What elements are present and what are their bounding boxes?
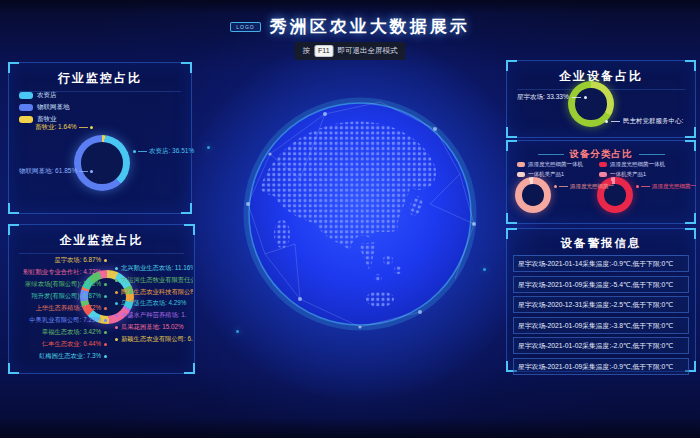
class-donut-chart-1[interactable] — [515, 177, 551, 213]
callout-line — [641, 186, 650, 187]
f11-key-badge: F11 — [314, 45, 334, 57]
fullscreen-hint: 按 F11 即可退出全屏模式 — [294, 42, 405, 60]
enterprise-label: 翔升发(有限公司): 6.87% — [11, 292, 107, 301]
label-dot — [115, 338, 118, 341]
label-dot — [104, 331, 107, 334]
panel-corner — [8, 203, 19, 214]
callout-line — [79, 127, 88, 128]
background-dot — [483, 268, 486, 271]
enterprise-label: 仁丰生态农业: 6.44% — [11, 340, 107, 349]
enterprise-label: 陶门生态农业科技有限公司 — [115, 288, 193, 297]
alarm-list: 星宇农场-2021-01-14采集温度:-0.9℃,低于下限:0℃星宇农场-20… — [513, 255, 689, 375]
industry-legend: 农资店物联网基地畜牧业 — [19, 91, 70, 124]
label-text: 彩虹鹅业专业合作社: 4.72% — [23, 268, 101, 277]
section-title: 设备分类占比 — [507, 148, 695, 161]
page-title: 秀洲区农业大数据展示 — [270, 15, 470, 38]
enterprise-label: 星宇农场: 6.87% — [11, 256, 107, 265]
panel-corner — [506, 127, 517, 138]
panel-corner — [184, 363, 195, 374]
class-chart-callout: 温湿度光照细菌一 — [554, 183, 614, 190]
panel-corner — [685, 127, 696, 138]
enterprise-label: 瓜果花园基地: 15.02% — [115, 323, 193, 332]
callout-line — [138, 151, 147, 152]
panel-corner — [8, 224, 19, 235]
title-line — [538, 154, 564, 155]
callout-dot — [554, 185, 557, 188]
legend-swatch — [517, 172, 525, 177]
callout-text: 温湿度光照细菌一 — [570, 183, 614, 190]
panel-corner — [181, 203, 192, 214]
callout-dot — [133, 150, 136, 153]
legend-item: 农资店 — [19, 91, 70, 100]
label-text: 仁丰生态农业: 6.44% — [42, 340, 101, 349]
callout-dot — [636, 185, 639, 188]
panel-corner — [8, 363, 19, 374]
label-dot — [104, 283, 107, 286]
class-chart-callout: 温湿度光照细菌一 — [636, 183, 696, 190]
panel-corner — [685, 228, 696, 239]
label-dot — [115, 326, 118, 329]
label-text: 中奥乳业有限公司: 7.29% — [29, 316, 101, 325]
legend-label: 温湿度光照细菌一体机 — [610, 161, 665, 168]
enterprise-label: 乌桥荡生态农场: 4.29% — [115, 299, 193, 308]
panel-title: 设备警报信息 — [517, 229, 685, 256]
label-text: 陶门生态农业科技有限公司 — [121, 288, 193, 297]
label-text: 幸福生态农场: 3.42% — [42, 328, 101, 337]
panel-corner — [8, 62, 19, 73]
label-text: 星宇农场: 6.87% — [54, 256, 101, 265]
callout-line — [559, 186, 568, 187]
enterprise-label: 北兴鹅业生态农场: 11.16% — [115, 264, 193, 273]
legend-swatch — [599, 162, 607, 167]
callout-text: 农资店: 36.51% — [149, 147, 194, 156]
panel-title: 企业监控占比 — [19, 225, 184, 254]
alarm-row: 星宇农场-2021-01-14采集温度:-0.9℃,低于下限:0℃ — [513, 255, 689, 272]
section-title-text: 设备分类占比 — [570, 148, 633, 161]
globe-graphic — [230, 84, 490, 344]
panel-alarms: 设备警报信息 星宇农场-2021-01-14采集温度:-0.9℃,低于下限:0℃… — [506, 228, 696, 372]
panel-industry-monitor: 行业监控占比 农资店物联网基地畜牧业 畜牧业: 1.64%农资店: 36.51%… — [8, 62, 192, 214]
callout-text: 畜牧业: 1.64% — [35, 123, 77, 132]
background-dot — [207, 146, 210, 149]
industry-donut-chart[interactable] — [74, 135, 130, 191]
legend-label: 温湿度光照细菌一体机 — [528, 161, 583, 168]
label-dot — [104, 355, 107, 358]
legend-item: 温湿度光照细菌一体机 — [517, 161, 583, 168]
label-dot — [104, 307, 107, 310]
label-text: 新颖生态农业有限公司: 6.87% — [121, 335, 193, 344]
panel-title: 行业监控占比 — [19, 63, 181, 92]
enterprise-label: 家绿农场(有限公司): 7.72% — [11, 280, 107, 289]
legend-swatch — [517, 162, 525, 167]
label-dot — [104, 343, 107, 346]
callout-dot — [605, 120, 608, 123]
label-dot — [104, 319, 107, 322]
bottom-band — [0, 418, 700, 438]
callout-line — [79, 171, 88, 172]
callout-dot — [90, 170, 93, 173]
alarm-row: 星宇农场-2021-01-09采集温度:-5.4℃,低于下限:0℃ — [513, 276, 689, 293]
chart-callout: 物联网基地: 61.85% — [19, 167, 93, 176]
panel-device-class: 设备分类占比 温湿度光照细菌一体机一体机类产品1 温湿度光照细菌一体机一体机类产… — [506, 140, 696, 224]
legend-label: 物联网基地 — [37, 103, 70, 112]
label-text: 翔升发(有限公司): 6.87% — [31, 292, 101, 301]
label-text: 红梅园生态农业: 7.3% — [39, 352, 101, 361]
header: LOGO 秀洲区农业大数据展示 — [0, 15, 700, 38]
label-text: 民主村党群服务中心: — [623, 117, 683, 126]
dashboard: LOGO 秀洲区农业大数据展示 按 F11 即可退出全屏模式 行业监控占比 农资… — [0, 0, 700, 438]
label-text: 丰盛水产种苗养殖场: 1. — [121, 311, 186, 320]
callout-dot — [90, 126, 93, 129]
enterprise-label: 中奥乳业有限公司: 7.29% — [11, 316, 107, 325]
alarm-row: 星宇农场-2021-01-09采集温度:-3.8℃,低于下限:0℃ — [513, 317, 689, 334]
label-text: 星宇农场: 33.33% — [517, 93, 569, 102]
panel-corner — [685, 60, 696, 71]
background-dot — [236, 330, 239, 333]
enterprise-label: 新颖生态农业有限公司: 6.87% — [115, 335, 193, 344]
top-band — [0, 0, 700, 13]
chart-callout: 农资店: 36.51% — [133, 147, 194, 156]
donut-hole — [81, 142, 122, 183]
label-dot — [115, 279, 118, 282]
label-dot — [104, 259, 107, 262]
label-text: 瓜果花园基地: 15.02% — [121, 323, 184, 332]
callout-line — [611, 121, 620, 122]
alarm-row: 星宇农场-2021-01-02采集温度:-2.0℃,低于下限:0℃ — [513, 337, 689, 354]
callout-dot — [584, 96, 587, 99]
